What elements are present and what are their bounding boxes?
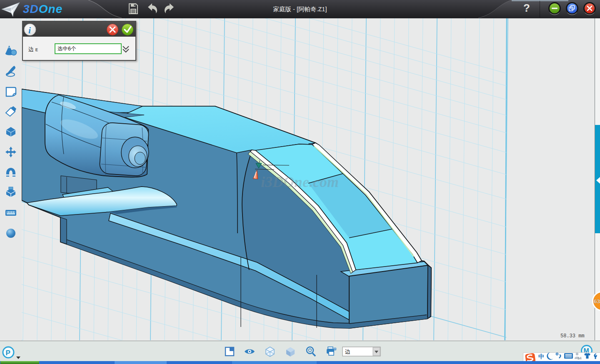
svg-text:i: i [28, 25, 31, 35]
svg-text:58.33 mm: 58.33 mm [560, 333, 585, 339]
svg-text:63: 63 [594, 298, 600, 304]
svg-text:14: 14 [578, 356, 582, 360]
svg-text:边: 边 [345, 349, 350, 355]
svg-text:i3DOne.com: i3DOne.com [261, 174, 339, 190]
svg-text:P: P [6, 349, 10, 357]
svg-text:中: 中 [538, 353, 544, 360]
